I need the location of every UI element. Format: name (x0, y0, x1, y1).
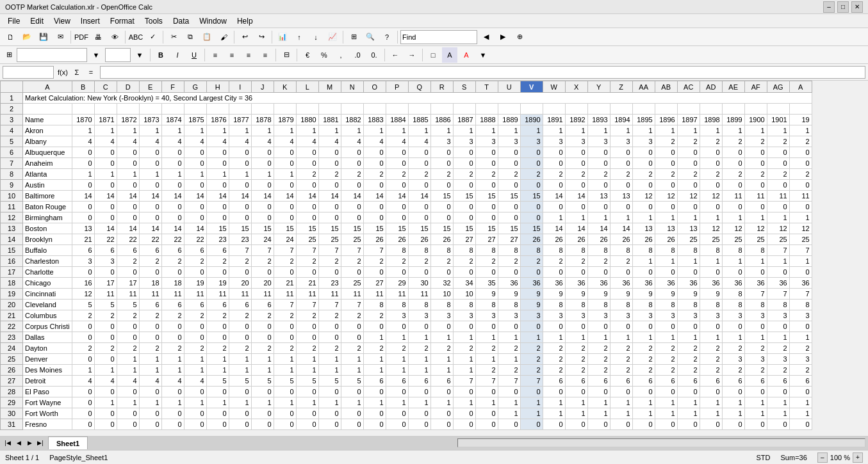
col-header-N[interactable]: N (341, 81, 363, 93)
cell-29-15[interactable]: 1 (386, 397, 408, 408)
cell-24-17[interactable]: 2 (430, 343, 453, 354)
cell-16-15[interactable]: 2 (386, 256, 408, 267)
col-header-AA[interactable]: AA (632, 81, 655, 93)
cell-6-6[interactable]: 0 (184, 147, 206, 158)
cell-21-23[interactable]: 3 (565, 310, 587, 321)
cell-24-21[interactable]: 2 (520, 343, 543, 354)
cell-31-1[interactable]: 0 (72, 419, 94, 430)
row-header-18[interactable]: 18 (1, 278, 23, 289)
cell-16-9[interactable]: 2 (251, 256, 274, 267)
cell-31-32[interactable]: 0 (767, 419, 789, 430)
cell[interactable] (161, 104, 184, 115)
cell-14-14[interactable]: 26 (363, 234, 386, 245)
cell-15-19[interactable]: 8 (475, 245, 498, 256)
cell-30-2[interactable]: 0 (94, 408, 117, 419)
cell-23-25[interactable]: 1 (610, 332, 632, 343)
cell-8-28[interactable]: 2 (677, 169, 700, 180)
cell-7-22[interactable]: 0 (543, 158, 565, 169)
cell[interactable] (587, 104, 610, 115)
cell-19-1[interactable]: 12 (72, 289, 94, 300)
cell-31-33[interactable]: 0 (789, 419, 812, 430)
justify-button[interactable]: ≡ (258, 47, 273, 63)
cell-21-30[interactable]: 3 (722, 310, 744, 321)
cell-3-12[interactable]: 1881 (318, 115, 341, 125)
cell-16-1[interactable]: 3 (72, 256, 94, 267)
cell-17-31[interactable]: 0 (744, 267, 767, 278)
cell-15-24[interactable]: 8 (587, 245, 610, 256)
cell-5-21[interactable]: 3 (520, 136, 543, 147)
cell-21-15[interactable]: 3 (386, 310, 408, 321)
cell-16-11[interactable]: 2 (296, 256, 318, 267)
cell-21-14[interactable]: 2 (363, 310, 386, 321)
cell-21-7[interactable]: 2 (206, 310, 229, 321)
cell-4-13[interactable]: 1 (341, 125, 363, 136)
cell-3-20[interactable]: 1889 (498, 115, 520, 125)
cell-23-30[interactable]: 1 (722, 332, 744, 343)
cell-15-21[interactable]: 8 (520, 245, 543, 256)
horizontal-scrollbar[interactable] (457, 438, 865, 447)
cell-19-30[interactable]: 8 (722, 289, 744, 300)
cell-26-6[interactable]: 1 (184, 365, 206, 376)
cell-14-21[interactable]: 26 (520, 234, 543, 245)
col-header-L[interactable]: L (296, 81, 318, 93)
cell-19-15[interactable]: 11 (386, 289, 408, 300)
cell-11-27[interactable]: 0 (655, 202, 677, 212)
cell-19-6[interactable]: 11 (184, 289, 206, 300)
cell-6-18[interactable]: 0 (453, 147, 475, 158)
cell-16-2[interactable]: 3 (94, 256, 117, 267)
cell-29-2[interactable]: 1 (94, 397, 117, 408)
copy-button[interactable]: ⧉ (183, 29, 198, 45)
cell-27-19[interactable]: 7 (475, 376, 498, 387)
cell-27-31[interactable]: 6 (744, 376, 767, 387)
cell-17-18[interactable]: 0 (453, 267, 475, 278)
cell-9-7[interactable]: 0 (206, 180, 229, 191)
cell-15-15[interactable]: 8 (386, 245, 408, 256)
cell-21-3[interactable]: 2 (117, 310, 139, 321)
cell-23-33[interactable]: 1 (789, 332, 812, 343)
help-button[interactable]: ? (379, 29, 395, 45)
cell-21-33[interactable]: 3 (789, 310, 812, 321)
cell-13-10[interactable]: 15 (274, 223, 296, 234)
cell-6-25[interactable]: 0 (610, 147, 632, 158)
cell-14-30[interactable]: 25 (722, 234, 744, 245)
cell-28-18[interactable]: 0 (453, 387, 475, 397)
cell-12-25[interactable]: 1 (610, 212, 632, 223)
cell-26-21[interactable]: 2 (520, 365, 543, 376)
cell-27-23[interactable]: 6 (565, 376, 587, 387)
cell-9-26[interactable]: 0 (632, 180, 655, 191)
cell-25-0[interactable]: Denver (23, 354, 72, 365)
cell[interactable] (543, 104, 565, 115)
cell-12-14[interactable]: 0 (363, 212, 386, 223)
paste-button[interactable]: 📋 (199, 29, 215, 45)
increase-decimal-button[interactable]: .0 (350, 47, 365, 63)
cell-28-23[interactable]: 0 (565, 387, 587, 397)
cell-26-27[interactable]: 2 (655, 365, 677, 376)
cell-29-1[interactable]: 0 (72, 397, 94, 408)
cell-31-7[interactable]: 0 (206, 419, 229, 430)
cell-16-33[interactable]: 1 (789, 256, 812, 267)
menu-item-format[interactable]: Format (105, 15, 140, 27)
cell-11-18[interactable]: 0 (453, 202, 475, 212)
cell-19-18[interactable]: 10 (453, 289, 475, 300)
cell-6-0[interactable]: Albuquerque (23, 147, 72, 158)
cell-4-10[interactable]: 1 (274, 125, 296, 136)
cell-19-22[interactable]: 9 (543, 289, 565, 300)
cell[interactable] (700, 104, 722, 115)
cell-18-14[interactable]: 27 (363, 278, 386, 289)
cell-30-24[interactable]: 1 (587, 408, 610, 419)
cell-11-8[interactable]: 0 (229, 202, 251, 212)
cell-22-23[interactable]: 0 (565, 321, 587, 332)
cell-7-10[interactable]: 0 (274, 158, 296, 169)
cell-21-25[interactable]: 3 (610, 310, 632, 321)
cell-6-19[interactable]: 0 (475, 147, 498, 158)
cell-31-10[interactable]: 0 (274, 419, 296, 430)
cell-17-24[interactable]: 0 (587, 267, 610, 278)
cell-3-7[interactable]: 1876 (206, 115, 229, 125)
cell-20-5[interactable]: 6 (161, 300, 184, 310)
cell-23-31[interactable]: 1 (744, 332, 767, 343)
row-header-1[interactable]: 1 (1, 93, 23, 104)
col-header-W[interactable]: W (543, 81, 565, 93)
cell-20-29[interactable]: 8 (700, 300, 722, 310)
cell-10-23[interactable]: 14 (565, 191, 587, 202)
cell[interactable] (453, 104, 475, 115)
